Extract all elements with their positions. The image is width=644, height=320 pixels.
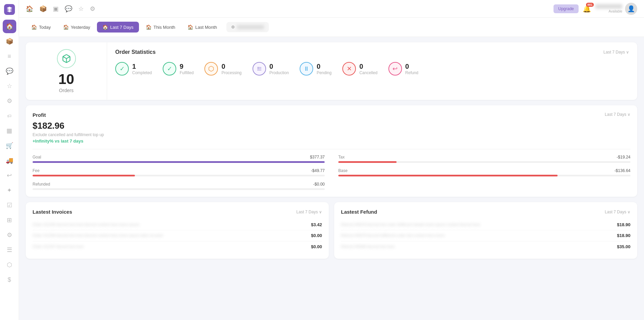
sidebar-item-truck[interactable]: 🚚	[3, 154, 16, 167]
refund-item-2: Refund #45679 blurred fulfillment order …	[341, 230, 630, 241]
topnav-star-icon[interactable]: ☆	[78, 5, 84, 13]
invoices-card: Lastest Invoices Last 7 Days ∨ Order #12…	[26, 202, 329, 259]
sidebar-item-gear[interactable]: ⚙	[3, 228, 16, 242]
upgrade-button[interactable]: Upgrade	[554, 4, 579, 13]
sidebar-item-tag[interactable]: 🏷	[3, 109, 16, 123]
topnav-box-icon[interactable]: 📦	[39, 5, 47, 13]
orders-stats: Order Statistics Last 7 Days ∨ ✓ 1 Compl…	[107, 42, 637, 100]
topnav-settings-icon[interactable]: ⚙	[90, 5, 95, 13]
refund-item-1: Refund #45678 blurred text order fulfill…	[341, 219, 630, 230]
bar-goal: Goal $377.37	[33, 155, 325, 163]
stat-production: 0 Production	[253, 62, 289, 76]
home-icon: 🏠	[146, 24, 152, 30]
profit-divider	[33, 149, 630, 149]
cancelled-label: Cancelled	[359, 70, 377, 75]
bottom-row: Lastest Invoices Last 7 Days ∨ Order #12…	[26, 202, 637, 259]
period-tabs: 🏠 Today 🏠 Yesterday 🏠 Last 7 Days 🏠 This…	[19, 18, 644, 37]
sidebar-item-table[interactable]: ▦	[3, 124, 16, 137]
profit-left: Profit	[33, 112, 46, 121]
refund-desc-2: Refund #45679 blurred fulfillment order …	[341, 233, 617, 238]
notification-bell[interactable]: 🔔 881	[583, 5, 591, 13]
tab-thismonth[interactable]: 🏠 This Month	[140, 22, 181, 33]
refunds-period[interactable]: Last 7 Days ∨	[605, 210, 630, 214]
pending-label: Pending	[317, 70, 331, 75]
sidebar-item-image[interactable]: ⊞	[3, 213, 16, 227]
sidebar-item-box[interactable]: 📦	[3, 35, 16, 48]
refund-amount-3: $35.00	[617, 244, 630, 249]
sidebar-item-cube[interactable]: ⬡	[3, 258, 16, 272]
stat-pending: ⏸ 0 Pending	[300, 62, 331, 76]
custom-range-label	[237, 25, 264, 29]
pending-icon: ⏸	[300, 62, 313, 76]
bar-fee-label: Fee	[33, 168, 40, 173]
refund-amount-1: $18.90	[617, 222, 630, 227]
tab-today-label: Today	[39, 25, 51, 30]
bar-tax-label: Tax	[338, 155, 345, 159]
stat-processing: 0 Processing	[204, 62, 241, 76]
sidebar-item-cart[interactable]: 🛒	[3, 139, 16, 152]
orders-section-title: Order Statistics	[115, 49, 156, 55]
profit-amount: $182.96	[33, 121, 630, 131]
orders-summary: 10 Orders	[26, 42, 107, 100]
topnav-right: Upgrade 🔔 881 Available 👤	[554, 3, 637, 15]
invoice-desc-1: Order #12345 blurred text here blurred c…	[33, 222, 311, 227]
user-area[interactable]: Available 👤	[595, 3, 637, 15]
sidebar-item-dollar[interactable]: $	[3, 273, 16, 286]
home-icon: 🏠	[187, 24, 193, 30]
bar-goal-label: Goal	[33, 155, 41, 159]
refund-label: Refund	[405, 70, 419, 75]
refund-item-3: Refund #45680 blurred text here $35.00	[341, 241, 630, 252]
home-icon: 🏠	[31, 24, 37, 30]
bar-goal-track	[33, 161, 325, 163]
sidebar-item-home[interactable]: 🏠	[3, 20, 16, 33]
sidebar-item-menu[interactable]: ☰	[3, 243, 16, 257]
production-label: Production	[269, 70, 289, 75]
orders-label: Orders	[59, 88, 74, 93]
topnav-message-icon[interactable]: 💬	[65, 5, 72, 13]
bar-base-fill	[338, 175, 558, 176]
sidebar-item-flash[interactable]: ✦	[3, 184, 16, 197]
topnav-home-icon[interactable]: 🏠	[26, 5, 33, 13]
tab-last7days[interactable]: 🏠 Last 7 Days	[97, 22, 139, 33]
profit-change: +Infinity% vs last 7 days	[33, 138, 630, 144]
bar-fee-fill	[33, 175, 135, 176]
topnav-icons: 🏠 📦 ▣ 💬 ☆ ⚙	[26, 5, 95, 13]
sidebar-item-message[interactable]: 💬	[3, 64, 16, 78]
sidebar-item-returns[interactable]: ↩	[3, 169, 16, 182]
stat-completed: ✓ 1 Completed	[115, 62, 152, 76]
invoice-amount-1: $3.42	[311, 222, 322, 227]
bar-refunded-label: Refunded	[33, 182, 50, 187]
profit-period[interactable]: Last 7 Days ∨	[605, 112, 630, 117]
sidebar-logo[interactable]	[4, 4, 15, 15]
bar-goal-value: $377.37	[310, 155, 325, 159]
sidebar-item-list[interactable]: ≡	[3, 49, 16, 63]
processing-icon	[204, 62, 218, 76]
cancelled-icon: ✕	[342, 62, 356, 76]
production-icon	[253, 62, 266, 76]
completed-value: 1	[132, 63, 152, 70]
refund-amount-2: $18.90	[617, 233, 630, 238]
tab-lastmonth[interactable]: 🏠 Last Month	[182, 22, 222, 33]
invoices-period[interactable]: Last 7 Days ∨	[296, 210, 322, 214]
user-status: Available	[595, 9, 622, 13]
notification-badge: 881	[586, 3, 594, 7]
bar-refunded-value: -$0.00	[313, 182, 325, 187]
custom-range-tab[interactable]: ⚙	[226, 22, 269, 32]
profit-title: Profit	[33, 112, 46, 118]
bar-tax: Tax -$19.24	[338, 155, 630, 163]
refunds-card: Lastest Fefund Last 7 Days ∨ Refund #456…	[334, 202, 637, 259]
orders-count: 10	[58, 72, 74, 86]
bar-goal-fill	[33, 161, 325, 163]
profit-card: Profit Last 7 Days ∨ $182.96 Exclude can…	[26, 105, 637, 197]
sidebar-item-settings[interactable]: ⚙	[3, 94, 16, 108]
user-name: Available	[595, 4, 622, 13]
svg-point-5	[258, 68, 258, 69]
fulfilled-value: 9	[180, 63, 194, 70]
sidebar-item-check[interactable]: ☑	[3, 198, 16, 212]
orders-period[interactable]: Last 7 Days ∨	[603, 50, 629, 55]
topnav-grid-icon[interactable]: ▣	[53, 5, 59, 13]
tab-yesterday[interactable]: 🏠 Yesterday	[58, 22, 96, 33]
sidebar-item-star[interactable]: ☆	[3, 79, 16, 93]
orders-icon	[57, 49, 76, 68]
tab-today[interactable]: 🏠 Today	[26, 22, 56, 33]
